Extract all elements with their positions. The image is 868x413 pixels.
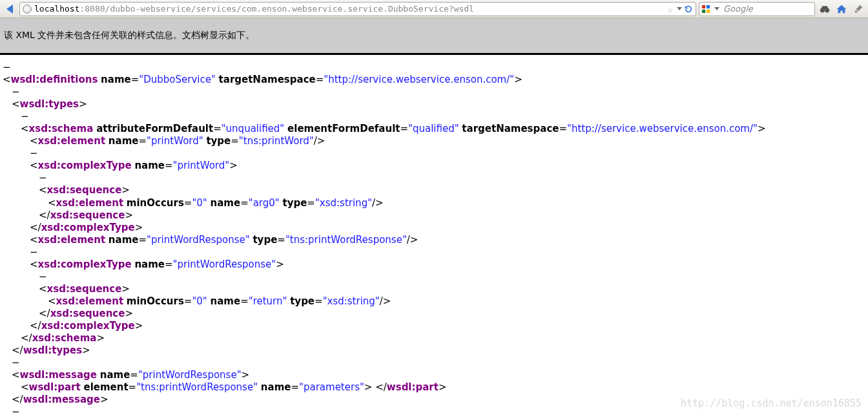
collapse-toggle[interactable]: − <box>3 61 12 73</box>
xml-line: <xsd:sequence> <box>3 283 865 295</box>
xml-tree: −<wsdl:definitions name="DubboService" t… <box>0 55 868 413</box>
collapse-toggle[interactable]: − <box>12 357 21 368</box>
xml-line: − <box>3 61 865 74</box>
xml-line: <xsd:schema attributeFormDefault="unqual… <box>3 123 865 135</box>
banner-text: 该 XML 文件并未包含任何关联的样式信息。文档树显示如下。 <box>4 30 254 40</box>
search-bar[interactable]: Google <box>699 2 815 16</box>
xml-line: </xsd:complexType> <box>3 222 865 234</box>
collapse-toggle[interactable]: − <box>21 111 30 122</box>
collapse-toggle[interactable]: − <box>39 172 48 184</box>
xml-line: − <box>3 406 865 413</box>
xml-line: <wsdl:definitions name="DubboService" ta… <box>3 74 865 86</box>
xml-no-style-banner: 该 XML 文件并未包含任何关联的样式信息。文档树显示如下。 <box>0 18 868 55</box>
xml-line: </xsd:complexType> <box>3 320 865 332</box>
xml-line: </xsd:sequence> <box>3 308 865 320</box>
xml-line: − <box>3 172 865 184</box>
collapse-toggle[interactable]: − <box>30 147 39 159</box>
search-placeholder: Google <box>723 4 812 14</box>
xml-line: <xsd:complexType name="printWord"> <box>3 160 865 172</box>
xml-line: − <box>3 111 865 123</box>
collapse-toggle[interactable]: − <box>12 86 21 98</box>
collapse-toggle[interactable]: − <box>12 406 21 413</box>
xml-line: </xsd:sequence> <box>3 209 865 222</box>
xml-line: <xsd:element name="printWordResponse" ty… <box>3 234 865 246</box>
paintbrush-button[interactable] <box>851 2 865 16</box>
svg-rect-0 <box>702 5 705 8</box>
xml-line: <wsdl:types> <box>3 98 865 111</box>
home-button[interactable] <box>834 2 849 16</box>
xml-line: </wsdl:types> <box>3 344 865 357</box>
xml-line: − <box>3 86 865 98</box>
xml-line: − <box>3 246 865 259</box>
xml-line: <xsd:complexType name="printWordResponse… <box>3 259 865 271</box>
xml-line: </xsd:schema> <box>3 332 865 344</box>
url-rest: :8080/dubbo-webservice/services/com.enso… <box>79 4 473 14</box>
reload-button[interactable] <box>684 5 693 14</box>
svg-rect-2 <box>702 9 705 12</box>
xml-line: − <box>3 271 865 283</box>
xml-line: − <box>3 147 865 160</box>
browser-toolbar: localhost:8080/dubbo-webservice/services… <box>0 0 868 18</box>
xml-line: <xsd:element minOccurs="0" name="return"… <box>3 295 865 308</box>
back-arrow-icon <box>6 5 13 14</box>
url-bar[interactable]: localhost:8080/dubbo-webservice/services… <box>19 2 696 16</box>
url-host: localhost <box>34 4 79 14</box>
bookmark-star-icon[interactable]: ☆ <box>666 5 675 14</box>
xml-line: </wsdl:message> <box>3 394 865 406</box>
xml-line: <wsdl:message name="printWordResponse"> <box>3 369 865 381</box>
svg-rect-6 <box>822 6 828 9</box>
xml-line: <wsdl:part element="tns:printWordRespons… <box>3 381 865 394</box>
collapse-toggle[interactable]: − <box>30 246 39 258</box>
collapse-toggle[interactable]: − <box>39 271 48 282</box>
globe-icon <box>23 5 32 14</box>
svg-rect-3 <box>707 9 710 12</box>
svg-rect-1 <box>707 5 710 8</box>
url-history-caret-icon[interactable] <box>677 7 682 10</box>
google-logo-icon <box>701 5 710 14</box>
xml-line: <xsd:sequence> <box>3 184 865 196</box>
xml-line: − <box>3 357 865 369</box>
back-button[interactable] <box>3 2 17 16</box>
xml-line: <xsd:element minOccurs="0" name="arg0" t… <box>3 197 865 209</box>
xml-line: <xsd:element name="printWord" type="tns:… <box>3 135 865 147</box>
search-engine-caret-icon[interactable] <box>714 7 719 10</box>
binoculars-button[interactable] <box>818 2 832 16</box>
